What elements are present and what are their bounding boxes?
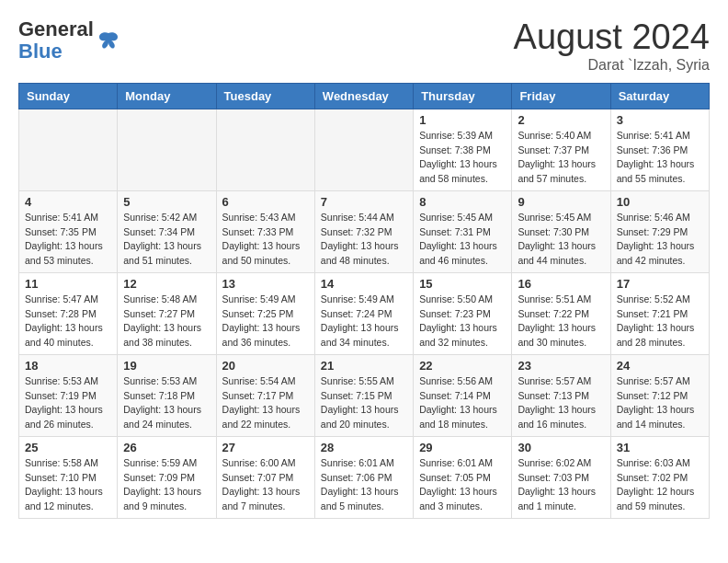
day-number: 27 xyxy=(222,441,309,454)
calendar-cell: 5Sunrise: 5:42 AM Sunset: 7:34 PM Daylig… xyxy=(118,190,216,272)
calendar-header-wednesday: Wednesday xyxy=(314,83,413,109)
day-number: 30 xyxy=(518,441,604,454)
day-number: 26 xyxy=(123,441,210,454)
calendar-cell: 10Sunrise: 5:46 AM Sunset: 7:29 PM Dayli… xyxy=(610,190,709,272)
calendar-header-saturday: Saturday xyxy=(610,83,709,109)
logo-bird-icon xyxy=(96,28,121,53)
calendar-cell: 27Sunrise: 6:00 AM Sunset: 7:07 PM Dayli… xyxy=(216,436,314,518)
calendar-week-row: 18Sunrise: 5:53 AM Sunset: 7:19 PM Dayli… xyxy=(19,354,710,436)
day-number: 7 xyxy=(321,195,407,209)
calendar-cell: 9Sunrise: 5:45 AM Sunset: 7:30 PM Daylig… xyxy=(512,190,610,272)
calendar-cell: 26Sunrise: 5:59 AM Sunset: 7:09 PM Dayli… xyxy=(118,436,216,518)
calendar-cell: 17Sunrise: 5:52 AM Sunset: 7:21 PM Dayli… xyxy=(610,272,709,354)
day-info: Sunrise: 6:03 AM Sunset: 7:02 PM Dayligh… xyxy=(617,456,703,514)
calendar-table: SundayMondayTuesdayWednesdayThursdayFrid… xyxy=(18,83,710,519)
day-info: Sunrise: 5:58 AM Sunset: 7:10 PM Dayligh… xyxy=(25,456,111,514)
calendar-cell: 18Sunrise: 5:53 AM Sunset: 7:19 PM Dayli… xyxy=(19,354,118,436)
day-info: Sunrise: 5:47 AM Sunset: 7:28 PM Dayligh… xyxy=(25,293,111,350)
day-info: Sunrise: 5:44 AM Sunset: 7:32 PM Dayligh… xyxy=(321,211,407,269)
day-info: Sunrise: 5:48 AM Sunset: 7:27 PM Dayligh… xyxy=(123,293,210,350)
day-number: 1 xyxy=(419,113,506,127)
calendar-cell: 8Sunrise: 5:45 AM Sunset: 7:31 PM Daylig… xyxy=(414,190,512,272)
day-number: 11 xyxy=(25,277,111,291)
calendar-week-row: 11Sunrise: 5:47 AM Sunset: 7:28 PM Dayli… xyxy=(19,272,710,354)
day-info: Sunrise: 6:02 AM Sunset: 7:03 PM Dayligh… xyxy=(518,456,604,514)
day-info: Sunrise: 5:59 AM Sunset: 7:09 PM Dayligh… xyxy=(123,456,210,514)
logo-blue: Blue xyxy=(18,40,94,63)
day-number: 29 xyxy=(419,441,506,454)
day-number: 10 xyxy=(617,195,703,209)
calendar-cell: 7Sunrise: 5:44 AM Sunset: 7:32 PM Daylig… xyxy=(314,190,413,272)
calendar-header-row: SundayMondayTuesdayWednesdayThursdayFrid… xyxy=(19,83,710,109)
calendar-cell: 22Sunrise: 5:56 AM Sunset: 7:14 PM Dayli… xyxy=(414,354,512,436)
calendar-header-monday: Monday xyxy=(118,83,216,109)
day-info: Sunrise: 5:41 AM Sunset: 7:35 PM Dayligh… xyxy=(25,211,111,269)
day-number: 16 xyxy=(518,277,604,291)
day-number: 4 xyxy=(25,195,111,209)
day-number: 3 xyxy=(617,113,703,127)
day-number: 14 xyxy=(321,277,407,291)
day-number: 15 xyxy=(419,277,506,291)
day-info: Sunrise: 5:55 AM Sunset: 7:15 PM Dayligh… xyxy=(321,374,407,432)
calendar-header-tuesday: Tuesday xyxy=(216,83,314,109)
day-number: 20 xyxy=(222,359,309,373)
day-number: 25 xyxy=(25,441,111,454)
calendar-cell: 3Sunrise: 5:41 AM Sunset: 7:36 PM Daylig… xyxy=(610,109,709,190)
calendar-cell: 6Sunrise: 5:43 AM Sunset: 7:33 PM Daylig… xyxy=(216,190,314,272)
calendar-cell: 20Sunrise: 5:54 AM Sunset: 7:17 PM Dayli… xyxy=(216,354,314,436)
calendar-cell: 16Sunrise: 5:51 AM Sunset: 7:22 PM Dayli… xyxy=(512,272,610,354)
day-info: Sunrise: 5:40 AM Sunset: 7:37 PM Dayligh… xyxy=(518,129,604,187)
calendar-cell: 12Sunrise: 5:48 AM Sunset: 7:27 PM Dayli… xyxy=(118,272,216,354)
day-number: 19 xyxy=(123,359,210,373)
day-info: Sunrise: 5:53 AM Sunset: 7:19 PM Dayligh… xyxy=(25,374,111,432)
day-info: Sunrise: 5:43 AM Sunset: 7:33 PM Dayligh… xyxy=(222,211,309,269)
calendar-cell: 15Sunrise: 5:50 AM Sunset: 7:23 PM Dayli… xyxy=(414,272,512,354)
day-info: Sunrise: 5:41 AM Sunset: 7:36 PM Dayligh… xyxy=(617,129,703,187)
day-number: 28 xyxy=(321,441,407,454)
day-info: Sunrise: 6:01 AM Sunset: 7:05 PM Dayligh… xyxy=(419,456,506,514)
calendar-cell: 31Sunrise: 6:03 AM Sunset: 7:02 PM Dayli… xyxy=(610,436,709,518)
day-number: 21 xyxy=(321,359,407,373)
day-info: Sunrise: 5:51 AM Sunset: 7:22 PM Dayligh… xyxy=(518,293,604,350)
calendar-header-sunday: Sunday xyxy=(19,83,118,109)
day-number: 24 xyxy=(617,359,703,373)
calendar-cell: 30Sunrise: 6:02 AM Sunset: 7:03 PM Dayli… xyxy=(512,436,610,518)
day-number: 9 xyxy=(518,195,604,209)
calendar-cell: 19Sunrise: 5:53 AM Sunset: 7:18 PM Dayli… xyxy=(118,354,216,436)
day-info: Sunrise: 5:39 AM Sunset: 7:38 PM Dayligh… xyxy=(419,129,506,187)
day-info: Sunrise: 5:49 AM Sunset: 7:25 PM Dayligh… xyxy=(222,293,309,350)
calendar-cell: 23Sunrise: 5:57 AM Sunset: 7:13 PM Dayli… xyxy=(512,354,610,436)
day-number: 18 xyxy=(25,359,111,373)
logo: General Blue xyxy=(18,18,121,63)
calendar-cell xyxy=(118,109,216,190)
calendar-cell: 2Sunrise: 5:40 AM Sunset: 7:37 PM Daylig… xyxy=(512,109,610,190)
calendar-cell: 1Sunrise: 5:39 AM Sunset: 7:38 PM Daylig… xyxy=(414,109,512,190)
calendar-cell: 13Sunrise: 5:49 AM Sunset: 7:25 PM Dayli… xyxy=(216,272,314,354)
day-number: 31 xyxy=(617,441,703,454)
day-info: Sunrise: 5:54 AM Sunset: 7:17 PM Dayligh… xyxy=(222,374,309,432)
day-info: Sunrise: 5:45 AM Sunset: 7:30 PM Dayligh… xyxy=(518,211,604,269)
day-info: Sunrise: 5:52 AM Sunset: 7:21 PM Dayligh… xyxy=(617,293,703,350)
day-number: 2 xyxy=(518,113,604,127)
month-year: August 2024 xyxy=(514,18,710,57)
calendar-cell: 25Sunrise: 5:58 AM Sunset: 7:10 PM Dayli… xyxy=(19,436,118,518)
day-info: Sunrise: 5:46 AM Sunset: 7:29 PM Dayligh… xyxy=(617,211,703,269)
day-number: 5 xyxy=(123,195,210,209)
day-info: Sunrise: 5:57 AM Sunset: 7:13 PM Dayligh… xyxy=(518,374,604,432)
calendar-week-row: 4Sunrise: 5:41 AM Sunset: 7:35 PM Daylig… xyxy=(19,190,710,272)
day-number: 8 xyxy=(419,195,506,209)
day-number: 13 xyxy=(222,277,309,291)
calendar-cell: 29Sunrise: 6:01 AM Sunset: 7:05 PM Dayli… xyxy=(414,436,512,518)
day-info: Sunrise: 6:01 AM Sunset: 7:06 PM Dayligh… xyxy=(321,456,407,514)
day-info: Sunrise: 5:45 AM Sunset: 7:31 PM Dayligh… xyxy=(419,211,506,269)
calendar-week-row: 25Sunrise: 5:58 AM Sunset: 7:10 PM Dayli… xyxy=(19,436,710,518)
day-number: 6 xyxy=(222,195,309,209)
day-info: Sunrise: 5:50 AM Sunset: 7:23 PM Dayligh… xyxy=(419,293,506,350)
location: Darat `Izzah, Syria xyxy=(514,57,710,74)
calendar-cell xyxy=(314,109,413,190)
calendar-cell: 14Sunrise: 5:49 AM Sunset: 7:24 PM Dayli… xyxy=(314,272,413,354)
day-info: Sunrise: 6:00 AM Sunset: 7:07 PM Dayligh… xyxy=(222,456,309,514)
day-info: Sunrise: 5:53 AM Sunset: 7:18 PM Dayligh… xyxy=(123,374,210,432)
calendar-cell: 28Sunrise: 6:01 AM Sunset: 7:06 PM Dayli… xyxy=(314,436,413,518)
calendar-cell xyxy=(216,109,314,190)
